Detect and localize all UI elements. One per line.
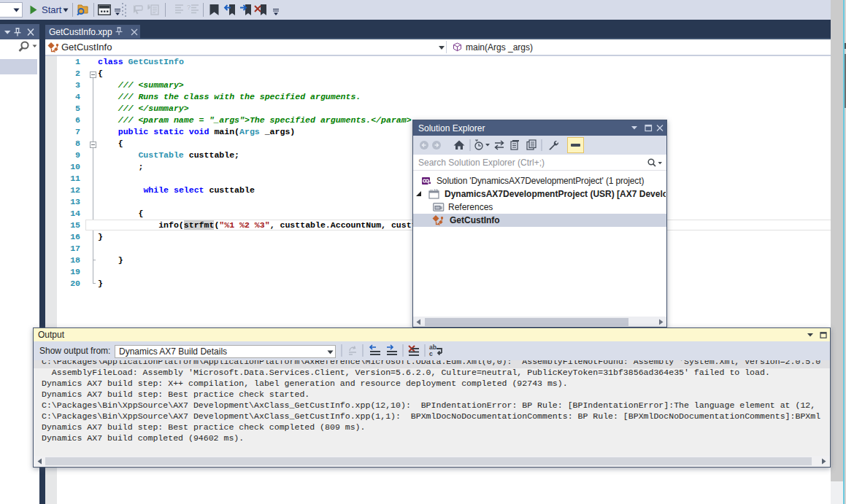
svg-text:c: c [429, 350, 433, 357]
svg-text:?: ? [187, 4, 191, 11]
